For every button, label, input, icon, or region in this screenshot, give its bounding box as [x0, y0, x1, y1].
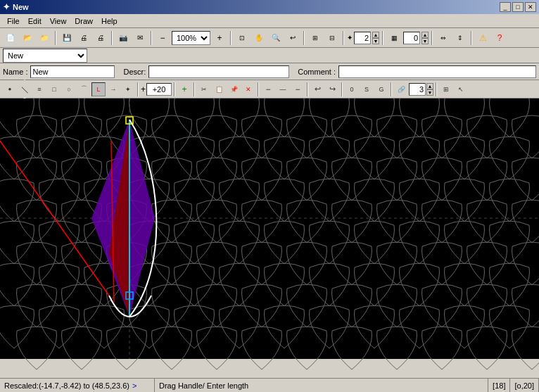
spin2-input[interactable]	[403, 32, 420, 44]
draw-toolbar: ● │ ≡ □ ○ ⌒ L → ✦ + + ✂ 📋 📌 ✕ − — − ↩ ↪ …	[0, 80, 539, 99]
app-icon: ✦	[3, 2, 10, 12]
menu-draw[interactable]: Draw	[70, 15, 97, 27]
menu-edit[interactable]: Edit	[24, 15, 46, 27]
minimize-button[interactable]: _	[500, 2, 511, 12]
status-bar: Rescaled:(-14.7,-8.42) to (48.5,23.6) > …	[0, 378, 539, 392]
link-spin-up[interactable]: ▲	[426, 83, 433, 89]
layer-button[interactable]: ▦	[386, 30, 402, 46]
zoom-out-button[interactable]: −	[155, 30, 170, 46]
help-button[interactable]: ?	[492, 30, 507, 46]
camera-button[interactable]: 📷	[115, 30, 131, 46]
draw-sep4	[258, 82, 259, 96]
menu-file[interactable]: File	[3, 15, 24, 27]
dash-btn[interactable]: —	[276, 82, 290, 96]
spin1-label: ✦	[347, 34, 353, 42]
close-button[interactable]: ✕	[525, 2, 536, 12]
status-coords: Rescaled:(-14.7,-8.42) to (48.5,23.6) >	[0, 379, 155, 392]
spin1-down[interactable]: ▼	[372, 38, 379, 44]
pan-button[interactable]: ✋	[251, 30, 267, 46]
draw-sep1	[137, 82, 139, 96]
oval-tool[interactable]: ○	[62, 82, 76, 96]
zoom-fit-button[interactable]: ⊡	[234, 30, 250, 46]
draw-sep7	[391, 82, 392, 96]
sep4	[230, 31, 232, 45]
zero-btn[interactable]: 0	[345, 82, 359, 96]
rect-tool[interactable]: □	[47, 82, 61, 96]
delete-btn[interactable]: ✕	[241, 82, 255, 96]
line-tool[interactable]: │	[15, 79, 34, 99]
copy-btn[interactable]: 📋	[212, 82, 226, 96]
comment-input[interactable]	[338, 65, 536, 78]
redo-btn[interactable]: ↪	[325, 82, 339, 96]
zoom-prev-button[interactable]: ↩	[285, 30, 300, 46]
view-btn[interactable]: ⊞	[439, 82, 453, 96]
spin1-input[interactable]	[354, 32, 371, 44]
status-val2-text: [o,20]	[514, 381, 534, 390]
descr-label: Descr:	[123, 68, 146, 76]
status-val1-text: [18]	[493, 381, 505, 390]
menu-help[interactable]: Help	[97, 15, 122, 27]
canvas-area[interactable]	[0, 99, 539, 378]
name-bar: Name : Descr: Comment :	[0, 63, 539, 80]
flip-button[interactable]: ⇕	[452, 30, 468, 46]
status-value1: [18]	[488, 379, 510, 392]
mail-button[interactable]: ✉	[132, 30, 148, 46]
plus-icon: +	[141, 84, 146, 94]
snap-button[interactable]: ⊟	[324, 30, 340, 46]
link-num-input[interactable]	[409, 83, 426, 96]
print-button[interactable]: 🖨	[76, 30, 91, 46]
descr-input[interactable]	[148, 65, 289, 78]
zoom-area-button[interactable]: 🔍	[268, 30, 284, 46]
angle-tool[interactable]: L	[91, 82, 106, 96]
spin2-down[interactable]: ▼	[421, 38, 429, 44]
link-btn[interactable]: 🔗	[394, 82, 408, 96]
warning-button[interactable]: ⚠	[475, 30, 490, 46]
g-btn[interactable]: G	[374, 82, 388, 96]
name-input[interactable]	[30, 65, 115, 78]
arc-tool[interactable]: ⌒	[77, 82, 91, 96]
draw-sep5	[307, 82, 308, 96]
layer-toolbar: New	[0, 48, 539, 63]
draw-sep3	[194, 82, 195, 96]
name-label: Name :	[3, 68, 27, 76]
print2-button[interactable]: 🖨	[93, 30, 108, 46]
layer-select[interactable]: New	[3, 49, 87, 63]
menu-view[interactable]: View	[46, 15, 71, 27]
length-input[interactable]	[146, 83, 172, 96]
status-arrow[interactable]: >	[132, 381, 137, 390]
link-spin-down[interactable]: ▼	[426, 89, 433, 96]
zoom-in-button[interactable]: +	[212, 30, 227, 46]
spin1-up[interactable]: ▲	[372, 32, 379, 38]
sep7	[382, 31, 383, 45]
s-btn[interactable]: S	[360, 82, 374, 96]
spin2-up[interactable]: ▲	[421, 32, 429, 38]
grid-button[interactable]: ⊞	[307, 30, 323, 46]
comment-label: Comment :	[298, 68, 336, 76]
open2-button[interactable]: 📁	[37, 30, 52, 46]
title-bar: ✦ New _ □ ✕	[0, 0, 539, 14]
minus2-btn[interactable]: −	[291, 82, 305, 96]
new-button[interactable]: 📄	[3, 30, 18, 46]
sep5	[303, 31, 305, 45]
window-controls: _ □ ✕	[500, 2, 536, 12]
open-button[interactable]: 📂	[20, 30, 35, 46]
add-point-btn[interactable]: +	[177, 82, 191, 96]
mirror-button[interactable]: ⇔	[436, 30, 451, 46]
cut-btn[interactable]: ✂	[197, 82, 211, 96]
maximize-button[interactable]: □	[512, 2, 524, 12]
status-message: Drag Handle/ Enter length	[155, 379, 488, 392]
cursor-btn[interactable]: ↖	[454, 82, 468, 96]
save-button[interactable]: 💾	[59, 30, 75, 46]
undo-btn[interactable]: ↩	[310, 82, 324, 96]
minus-btn[interactable]: −	[261, 82, 275, 96]
sep2	[111, 31, 113, 45]
arrow-tool[interactable]: →	[106, 82, 120, 96]
paste-btn[interactable]: 📌	[227, 82, 241, 96]
status-coords-text: Rescaled:(-14.7,-8.42) to (48.5,23.6)	[4, 381, 129, 390]
canvas-svg	[0, 99, 539, 378]
draw-sep6	[341, 82, 343, 96]
point-tool[interactable]: ✦	[121, 82, 135, 96]
sep6	[343, 31, 344, 45]
zoom-dropdown[interactable]: 100% 50% 200%	[172, 31, 210, 45]
status-message-text: Drag Handle/ Enter length	[159, 381, 248, 390]
